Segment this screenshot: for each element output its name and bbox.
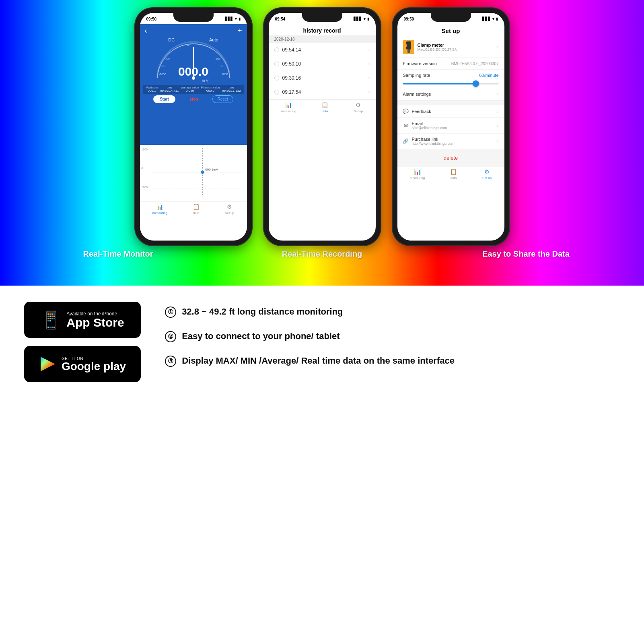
history-item-2[interactable]: 09:50:10 ›: [269, 57, 376, 71]
nav-setup-2[interactable]: ⚙ Set up: [354, 101, 363, 113]
history-item-3[interactable]: 09:30:16 ›: [269, 71, 376, 85]
nav-measuring-label-3: measuring: [410, 176, 425, 180]
back-icon[interactable]: ‹: [145, 27, 147, 35]
nav-data-1[interactable]: 📋 data: [193, 203, 200, 215]
slider-fill: [403, 83, 475, 84]
svg-text:-1000: -1000: [159, 73, 166, 76]
monitor-blue-area: ‹ +: [140, 24, 247, 145]
wifi-icon-2: ▾: [364, 17, 366, 21]
phone-history: 09:54 ▋▋▋ ▾ ▮ history record 2020-12-18 …: [264, 8, 381, 245]
gp-large-text: Google play: [62, 361, 126, 372]
record-time-2: 09:50:10: [282, 61, 301, 67]
email-chevron: ›: [497, 123, 499, 128]
email-label: Email: [412, 121, 447, 126]
status-icons-1: ▋▋▋ ▾ ▮: [225, 17, 241, 21]
nav-data-label-3: data: [451, 176, 457, 180]
stop-button[interactable]: stop: [189, 95, 198, 103]
caption-2: Real-Time Recording: [264, 249, 381, 259]
stat-max: Maximum 000.1: [146, 86, 158, 93]
svg-text:0: 0: [187, 44, 189, 47]
nav-measuring-1[interactable]: 📊 measuring: [152, 203, 167, 215]
feature-text-3: Display MAX/ MIN /Average/ Real time dat…: [182, 356, 455, 366]
bottom-nav-3: 📊 measuring 📋 data ⚙ Set up: [397, 166, 504, 181]
setup-icon-2: ⚙: [355, 101, 362, 109]
app-store-text: Available on the iPhone App Store: [66, 311, 124, 329]
svg-text:-500: -500: [165, 58, 171, 60]
purchase-icon: 🔗: [403, 138, 409, 144]
email-row[interactable]: ✉ Email sale@elinkthings.com ›: [397, 118, 504, 134]
gauge-area: -1000 1000 0 -500 500 -700 700 DC Auto: [143, 36, 244, 84]
caption-1: Real-Time Monitor: [60, 249, 177, 259]
feature-num-3: ③: [165, 356, 176, 367]
battery-icon-1: ▮: [239, 17, 241, 21]
signal-icon-3: ▋▋▋: [482, 17, 491, 21]
device-row: Clamp meter Mac:01:B3:EC:C0:27:8A ›: [397, 37, 504, 58]
play-triangle-icon: [39, 355, 57, 373]
chevron-1: ›: [368, 47, 370, 53]
data-icon-2: 📋: [321, 101, 329, 109]
feature-2: ② Easy to connect to your phone/ tablet: [165, 330, 620, 343]
signal-icon-1: ▋▋▋: [225, 17, 233, 21]
purchase-row[interactable]: 🔗 Purchase link http://www.elinkthings.c…: [397, 134, 504, 149]
chevron-3: ›: [368, 75, 370, 81]
history-item-1[interactable]: 09:54:14 ›: [269, 43, 376, 57]
sampling-label: Sampling rate: [403, 73, 430, 78]
reset-button[interactable]: Reset: [212, 95, 233, 103]
svg-text:500: 500: [216, 58, 220, 60]
device-mac: Mac:01:B3:EC:C0:27:8A: [418, 47, 457, 51]
phone-monitor-screen: 09:50 ▋▋▋ ▾ ▮ ‹ +: [140, 13, 247, 241]
purchase-chevron: ›: [497, 138, 499, 144]
stats-row: Maximum 000.1 time 09:50:14.411 average …: [143, 85, 244, 94]
phone-store-icon: 📱: [41, 310, 62, 330]
feedback-icon: 💬: [403, 109, 409, 114]
history-item-4[interactable]: 09:17:54 ›: [269, 85, 376, 99]
status-icons-2: ▋▋▋ ▾ ▮: [354, 17, 369, 21]
google-play-badge[interactable]: GET IT ON Google play: [24, 346, 141, 382]
nav-setup-label-2: Set up: [354, 109, 363, 113]
setup-icon-3: ⚙: [484, 168, 491, 175]
slider-track[interactable]: [403, 83, 499, 84]
nav-setup-3[interactable]: ⚙ Set up: [482, 168, 492, 180]
plus-icon[interactable]: +: [238, 27, 242, 35]
svg-text:000.1mV: 000.1mV: [205, 168, 218, 171]
captions-row: Real-Time Monitor Real-Time Recording Ea…: [0, 249, 644, 259]
phones-row: 09:50 ▋▋▋ ▾ ▮ ‹ +: [119, 8, 525, 245]
feature-num-1: ①: [165, 307, 176, 318]
svg-rect-15: [406, 41, 411, 49]
phone-monitor: 09:50 ▋▋▋ ▾ ▮ ‹ +: [135, 8, 252, 245]
delete-button[interactable]: delete: [444, 155, 458, 161]
device-chevron: ›: [497, 44, 499, 50]
nav-measuring-3[interactable]: 📊 measuring: [410, 168, 425, 180]
feedback-row[interactable]: 💬 Feedback ›: [397, 105, 504, 118]
history-header: history record: [269, 24, 376, 35]
back-plus-row: ‹ +: [143, 27, 244, 35]
alarm-label: Alarm settings: [403, 92, 431, 97]
alarm-chevron: ›: [497, 91, 499, 97]
firmware-value: BM02H5S4.0.0_20200307: [451, 62, 499, 66]
start-button[interactable]: Start: [153, 95, 175, 103]
app-store-badge[interactable]: 📱 Available on the iPhone App Store: [24, 302, 141, 338]
firmware-row: Firmware version BM02H5S4.0.0_20200307: [397, 58, 504, 70]
svg-rect-16: [407, 49, 410, 53]
slider-thumb[interactable]: [473, 80, 479, 87]
google-play-text: GET IT ON Google play: [62, 356, 126, 372]
measuring-icon-3: 📊: [414, 168, 421, 175]
signal-icon-2: ▋▋▋: [354, 17, 362, 21]
nav-measuring-2[interactable]: 📊 measuring: [281, 101, 296, 113]
history-date: 2020-12-18: [269, 35, 376, 43]
alarm-row[interactable]: Alarm settings ›: [397, 88, 504, 101]
nav-measuring-label-1: measuring: [152, 211, 167, 215]
record-time-1: 09:54:14: [282, 47, 301, 53]
wifi-icon-1: ▾: [235, 17, 237, 21]
nav-setup-label-1: Set up: [225, 211, 234, 215]
nav-data-3[interactable]: 📋 data: [450, 168, 457, 180]
notch-3: [431, 13, 471, 22]
nav-setup-1[interactable]: ⚙ Set up: [225, 203, 234, 215]
features-list: ① 32.8 ~ 49.2 ft long distance monitorin…: [165, 302, 620, 367]
nav-data-label-1: data: [193, 211, 200, 215]
nav-data-2[interactable]: 📋 data: [321, 101, 329, 113]
phone-setup: 09:50 ▋▋▋ ▾ ▮ Set up: [393, 8, 509, 245]
gauge-value-display: 000.0 m V: [178, 65, 208, 82]
delete-area: delete: [397, 149, 504, 166]
nav-setup-label-3: Set up: [482, 176, 492, 180]
